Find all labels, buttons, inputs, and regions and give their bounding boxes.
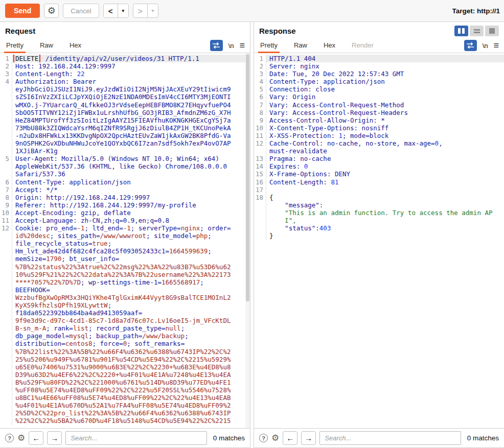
- line-number: 1: [254, 55, 266, 62]
- code-token: null: [166, 324, 181, 332]
- code-token: Referer: http://192.168.244.129:9997/my-…: [15, 201, 196, 209]
- line-number: [0, 85, 12, 93]
- editor-menu-button[interactable]: ≡: [239, 41, 245, 50]
- request-editor[interactable]: 1DELETE /identity/api/v2/user/videos/31 …: [0, 53, 250, 428]
- code-row: "status":403: [254, 224, 504, 232]
- code-line: Content-Length: 22: [12, 70, 250, 78]
- tab-raw[interactable]: Raw: [293, 41, 308, 53]
- forward-history-dropdown[interactable]: ▾: [147, 4, 158, 17]
- arrow-right-icon: →: [51, 434, 58, 442]
- code-token: X-XSS-Protection:: [269, 132, 338, 139]
- code-row: 1XJiBAr-K1g: [0, 147, 250, 155]
- response-search-input[interactable]: [319, 431, 461, 445]
- code-row: 6Vary: Origin: [254, 93, 504, 101]
- code-row: -n2uDx8HFWkLx13KKDvgNpOX2QpcHAztEUvZaW1j…: [0, 132, 250, 139]
- line-number: [0, 147, 12, 155]
- code-row: 2Host: 192.168.244.129:9997: [0, 62, 250, 70]
- code-row: %22%2C%22%u5BA2%u670D%u4F18%u5148%u54CD%…: [0, 417, 250, 425]
- request-scrollbar[interactable]: [245, 53, 250, 428]
- code-row: db_page_model=mysql; backup_path=/www/ba…: [0, 332, 250, 340]
- send-button[interactable]: Send: [5, 4, 40, 18]
- response-match-count: 0 matches: [467, 434, 499, 442]
- line-number: 7: [0, 186, 12, 194]
- code-line: 9nOSPHK2GvXDbuNHWuJcoYe1QOYxbQC6I7zan7sd…: [12, 139, 250, 147]
- tab-hex[interactable]: Hex: [68, 41, 82, 53]
- code-line: Pragma: no-cache: [266, 155, 504, 162]
- tab-pretty[interactable]: Pretty: [259, 41, 279, 53]
- code-row: 8Vary: Access-Control-Request-Headers: [254, 109, 504, 116]
- show-newlines-toggle[interactable]: \n: [483, 42, 488, 50]
- code-token: Hm_lvt_ade42d4f682c4fca28c5f093052433c1=: [15, 247, 169, 255]
- code-line: B%u529F%u80FD%22%2C%221000%u6761%u514D%u…: [12, 379, 250, 386]
- send-settings-button[interactable]: ⚙: [44, 4, 59, 18]
- code-token: ; soft_remarks=: [127, 340, 185, 347]
- code-row: 6Content-Type: application/json: [0, 178, 250, 186]
- code-row: 17: [254, 186, 504, 194]
- code-token: distribution=: [15, 340, 65, 347]
- layout-rows-button[interactable]: [470, 26, 484, 36]
- request-search-input[interactable]: [65, 431, 207, 445]
- code-row: 5User-Agent: Mozilla/5.0 (Windows NT 10.…: [0, 155, 250, 162]
- code-line: Authorization: Bearer: [12, 78, 250, 85]
- code-token: 403: [319, 224, 331, 232]
- editor-menu-button[interactable]: ≡: [493, 41, 499, 50]
- search-next-button[interactable]: →: [301, 431, 316, 445]
- gear-icon: ⚙: [48, 6, 56, 15]
- code-row: 2Server: nginx: [254, 62, 504, 70]
- line-number: 3: [254, 70, 266, 78]
- response-editor[interactable]: 1HTTP/1.1 4042Server: nginx3Date: Tue, 2…: [254, 53, 504, 428]
- code-token: 22: [77, 70, 84, 78]
- code-line: Vary: Access-Control-Request-Method: [266, 101, 504, 109]
- request-tabs: PrettyRawHex: [5, 41, 97, 53]
- code-token: ; ltd_end=: [84, 224, 123, 232]
- show-newlines-toggle[interactable]: \n: [228, 42, 234, 50]
- help-icon[interactable]: ?: [259, 434, 268, 442]
- code-row: u65E0%u7406%u7531%u9000%u6B3E%22%2C%2230…: [0, 363, 250, 371]
- code-line: Host: 192.168.244.129:9997: [12, 62, 250, 70]
- chevron-down-icon: ▾: [151, 8, 154, 13]
- code-token: KyXS9kfhzlsQPfh19XLywttW: [15, 301, 108, 309]
- code-token: ; backup_path=: [88, 332, 142, 340]
- layout-single-button[interactable]: [485, 26, 499, 36]
- line-number: [0, 162, 12, 170]
- response-tabs: PrettyRawHexRender: [259, 41, 389, 53]
- code-row: 15X-Frame-Options: DENY: [254, 170, 504, 178]
- help-icon[interactable]: ?: [5, 434, 14, 442]
- request-tabrow: PrettyRawHex \n ≡: [0, 39, 250, 53]
- cancel-button[interactable]: Cancel: [63, 4, 99, 18]
- code-line: Date: Tue, 20 Dec 2022 12:57:43 GMT: [266, 70, 504, 78]
- forward-button[interactable]: >: [133, 4, 147, 17]
- back-button[interactable]: <: [104, 4, 118, 17]
- line-number: 6: [0, 178, 12, 186]
- tab-pretty[interactable]: Pretty: [5, 41, 25, 53]
- search-prev-button[interactable]: ←: [29, 431, 43, 445]
- word-wrap-toggle-button[interactable]: [210, 40, 223, 51]
- line-number: 12: [254, 139, 266, 147]
- line-number: [0, 409, 12, 417]
- code-token: "status":: [269, 224, 319, 232]
- tab-raw[interactable]: Raw: [39, 41, 54, 53]
- word-wrap-toggle-button[interactable]: [464, 40, 477, 51]
- arrow-left-icon: ←: [32, 434, 40, 442]
- code-line: sZSI6InVzZXIiLCJpYXQiOjE2NzE1NDA0MDEsImV…: [12, 93, 250, 101]
- tab-render[interactable]: Render: [351, 41, 375, 53]
- code-line: 1XJiBAr-K1g: [12, 147, 250, 155]
- tab-hex[interactable]: Hex: [323, 41, 336, 53]
- search-prev-button[interactable]: ←: [283, 431, 297, 445]
- search-settings-icon[interactable]: ⚙: [271, 434, 279, 442]
- search-next-button[interactable]: →: [47, 431, 62, 445]
- code-token: ; site_model=: [146, 232, 196, 240]
- code-token: Server: nginx: [269, 62, 319, 70]
- code-token: eyJhbGciOiJSUzI1NiJ9.eyJzdWIiOiI2NjM5NjJ…: [15, 85, 231, 93]
- code-token: 9nOSPHK2GvXDbuNHWuJcoYe1QOYxbQC6I7zan7sd…: [15, 139, 231, 147]
- code-line: id%20desc; sites_path=/www/wwwroot; site…: [12, 232, 250, 240]
- line-number: [0, 386, 12, 394]
- search-settings-icon[interactable]: ⚙: [17, 434, 25, 442]
- scrollbar-thumb[interactable]: [246, 54, 249, 301]
- code-token: X-Content-Type-Options: nosniff: [269, 124, 388, 132]
- back-history-dropdown[interactable]: ▾: [118, 4, 128, 17]
- layout-columns-button[interactable]: [454, 26, 468, 36]
- code-line: eyJhbGciOiJSUzI1NiJ9.eyJzdWIiOiI2NjM5NjJ…: [12, 85, 250, 93]
- line-number: 5: [0, 155, 12, 162]
- code-row: 8Origin: http://192.168.244.129:9997: [0, 194, 250, 201]
